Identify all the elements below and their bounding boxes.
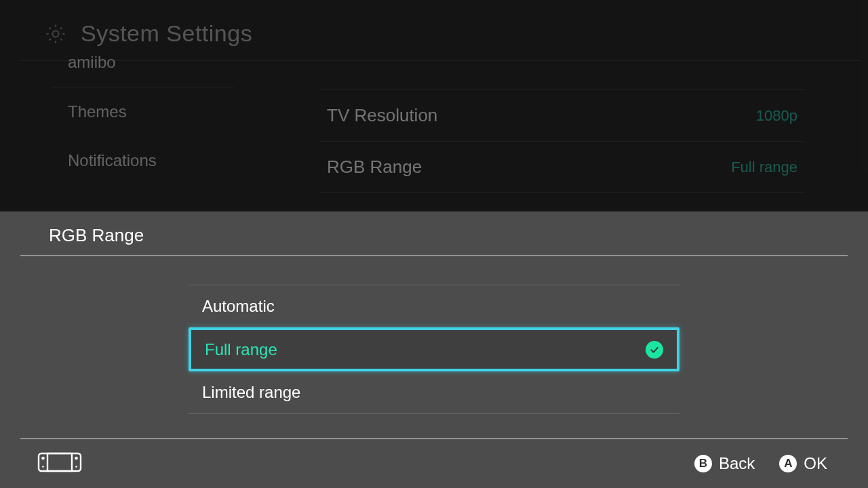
gear-icon <box>44 22 67 45</box>
controller-icon[interactable] <box>33 451 87 476</box>
svg-point-4 <box>75 457 78 460</box>
rgb-range-dialog: RGB Range Automatic Full range Limited r… <box>0 211 868 488</box>
option-divider <box>189 413 679 414</box>
checkmark-icon <box>646 341 663 359</box>
page-title: System Settings <box>81 20 252 47</box>
row-label: RGB Range <box>327 157 422 178</box>
option-automatic[interactable]: Automatic <box>189 285 679 327</box>
svg-rect-1 <box>39 453 81 471</box>
header: System Settings <box>0 0 868 59</box>
svg-point-5 <box>42 466 44 468</box>
header-divider <box>20 60 860 61</box>
svg-point-0 <box>52 30 58 37</box>
hint-ok[interactable]: A OK <box>779 454 827 473</box>
sidebar-item-label: Themes <box>68 102 127 121</box>
hint-back[interactable]: B Back <box>694 454 755 473</box>
row-value: 1080p <box>756 107 797 125</box>
svg-point-3 <box>41 457 45 460</box>
dialog-options: Automatic Full range Limited range <box>189 285 679 414</box>
row-value: Full range <box>731 159 797 176</box>
hint-label: OK <box>804 454 827 473</box>
svg-rect-2 <box>47 453 72 471</box>
option-limited-range[interactable]: Limited range <box>189 371 679 413</box>
row-tv-resolution[interactable]: TV Resolution 1080p <box>319 90 806 141</box>
hint-label: Back <box>719 454 755 473</box>
sidebar-divider <box>51 87 234 87</box>
b-button-icon: B <box>694 455 712 472</box>
dialog-title: RGB Range <box>0 211 868 256</box>
footer: B Back A OK <box>0 439 868 488</box>
option-label: Limited range <box>202 383 300 402</box>
row-label: TV Resolution <box>327 105 437 126</box>
sidebar-item-amiibo[interactable]: amiibo <box>20 53 264 87</box>
row-rgb-range[interactable]: RGB Range Full range <box>319 141 806 192</box>
main-divider <box>319 89 806 90</box>
sidebar-item-themes[interactable]: Themes <box>20 87 264 136</box>
sidebar-item-notifications[interactable]: Notifications <box>20 136 264 185</box>
sidebar-item-label: amiibo <box>68 53 116 71</box>
option-label: Full range <box>205 340 277 359</box>
a-button-icon: A <box>779 455 797 472</box>
option-full-range[interactable]: Full range <box>189 327 679 371</box>
option-label: Automatic <box>202 297 275 316</box>
dialog-title-divider <box>20 256 848 256</box>
sidebar: amiibo Themes Notifications <box>20 61 264 185</box>
sidebar-item-label: Notifications <box>68 151 157 169</box>
button-hints: B Back A OK <box>694 454 827 473</box>
svg-point-6 <box>75 466 77 468</box>
